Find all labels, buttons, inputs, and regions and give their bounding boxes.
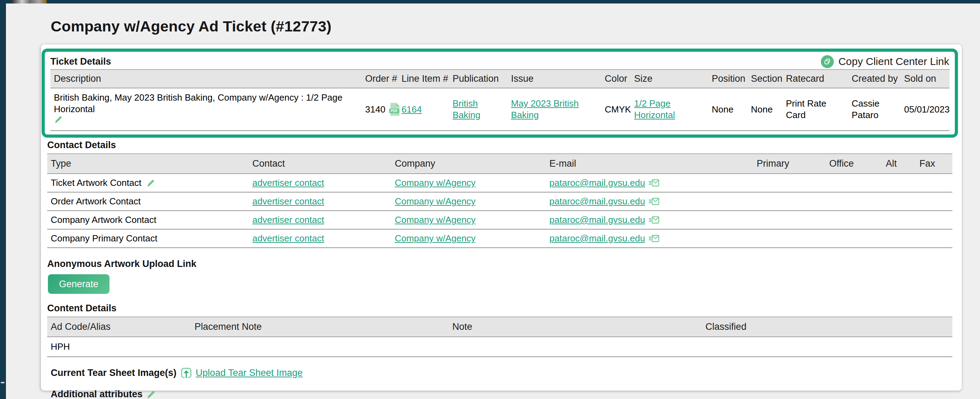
copy-client-center-link-label: Copy Client Center Link [838, 55, 949, 67]
contact-alt-cell [882, 192, 916, 211]
ticket-row: British Baking, May 2023 British Baking,… [50, 88, 950, 131]
company-link[interactable]: Company w/Agency [395, 233, 476, 244]
contact-link[interactable]: advertiser contact [253, 215, 324, 225]
col-ratecard: Ratecard [783, 70, 848, 88]
col-publication: Publication [449, 70, 508, 88]
content-details-table: Ad Code/Alias Placement Note Note Classi… [47, 317, 952, 357]
ticket-order-cell: 3140 PDF [362, 88, 398, 131]
anonymous-artwork-heading: Anonymous Artwork Upload Link [47, 258, 952, 269]
ticket-details-heading: Ticket Details [50, 56, 111, 67]
email-link[interactable]: pataroc@mail.gvsu.edu [549, 214, 645, 226]
col-primary: Primary [753, 154, 826, 174]
contact-table-header-row: Type Contact Company E-mail Primary Offi… [47, 154, 952, 174]
col-created-by: Created by [848, 70, 900, 88]
contact-primary-cell [753, 211, 826, 229]
company-link[interactable]: Company w/Agency [395, 196, 476, 206]
issue-link[interactable]: May 2023 British Baking [511, 98, 579, 120]
size-link[interactable]: 1/2 Page Horizontal [634, 98, 675, 120]
generate-button[interactable]: Generate [48, 274, 110, 294]
email-link[interactable]: pataroc@mail.gvsu.edu [549, 196, 645, 207]
top-navigation-bar [0, 0, 980, 3]
ticket-description: British Baking, May 2023 British Baking,… [54, 92, 358, 115]
copy-icon [821, 55, 834, 68]
ticket-sold-on-cell: 05/01/2023 [900, 88, 950, 131]
ticket-table-header-row: Description Order # Line Item # Publicat… [50, 70, 950, 88]
contact-primary-cell [753, 192, 826, 211]
ticket-order-number: 3140 [365, 104, 385, 115]
ticket-position-cell: None [708, 88, 748, 131]
col-fax: Fax [916, 154, 952, 174]
contact-primary-cell [753, 229, 826, 248]
sidebar-scroll-marker [1, 382, 5, 383]
contact-fax-cell [916, 192, 952, 211]
contact-email-cell: pataroc@mail.gvsu.edu [546, 174, 753, 192]
edit-description-pencil-icon[interactable] [54, 115, 63, 124]
col-note: Note [449, 317, 702, 337]
col-order-number: Order # [362, 70, 398, 88]
contact-company-cell: Company w/Agency [391, 192, 546, 211]
publication-link[interactable]: British Baking [453, 98, 480, 120]
contact-type-cell: Order Artwork Contact [47, 192, 249, 211]
contact-email-cell: pataroc@mail.gvsu.edu [546, 192, 753, 211]
col-contact: Contact [249, 154, 391, 174]
edit-ticket-artwork-contact-pencil-icon[interactable] [146, 179, 155, 188]
col-alt: Alt [882, 154, 916, 174]
contact-office-cell [826, 211, 882, 229]
ticket-publication-cell: British Baking [449, 88, 508, 131]
contact-row-company-artwork: Company Artwork Contact advertiser conta… [47, 211, 952, 229]
ticket-section-cell: None [748, 88, 783, 131]
col-color: Color [601, 70, 631, 88]
page-title: Company w/Agency Ad Ticket (#12773) [41, 0, 962, 36]
contact-details-section: Contact Details Type Contact Company E-m… [47, 140, 952, 248]
ad-code-cell: HPH [47, 337, 191, 357]
contact-link[interactable]: advertiser contact [253, 233, 324, 244]
email-link[interactable]: pataroc@mail.gvsu.edu [549, 177, 645, 188]
logo-image-fragment [11, 0, 47, 3]
contact-link[interactable]: advertiser contact [253, 177, 324, 188]
col-line-item-number: Line Item # [398, 70, 449, 88]
anonymous-artwork-section: Anonymous Artwork Upload Link Generate [47, 258, 952, 294]
ticket-details-header-row: Ticket Details Copy Client Center Link [50, 54, 949, 68]
mail-send-icon[interactable] [648, 197, 660, 206]
pdf-file-icon[interactable]: PDF [389, 102, 401, 116]
contact-name-cell: advertiser contact [249, 192, 391, 211]
contact-fax-cell [916, 211, 952, 229]
email-link[interactable]: pataroc@mail.gvsu.edu [549, 233, 645, 244]
company-link[interactable]: Company w/Agency [395, 215, 476, 225]
content-table-header-row: Ad Code/Alias Placement Note Note Classi… [47, 317, 952, 337]
ticket-issue-cell: May 2023 British Baking [508, 88, 601, 131]
contact-row-order-artwork: Order Artwork Contact advertiser contact… [47, 192, 952, 211]
placement-note-cell [191, 337, 449, 357]
col-position: Position [708, 70, 748, 88]
company-link[interactable]: Company w/Agency [395, 177, 476, 188]
mail-send-icon[interactable] [648, 216, 660, 224]
contact-office-cell [826, 174, 882, 192]
contact-company-cell: Company w/Agency [391, 211, 546, 229]
svg-text:PDF: PDF [391, 109, 398, 113]
col-ad-code-alias: Ad Code/Alias [47, 317, 191, 337]
copy-client-center-link[interactable]: Copy Client Center Link [821, 55, 949, 68]
content-row: HPH [47, 337, 952, 357]
contact-primary-cell [753, 174, 826, 192]
note-cell [449, 337, 702, 357]
col-office: Office [826, 154, 882, 174]
content-details-heading: Content Details [47, 303, 952, 314]
edit-additional-attributes-pencil-icon[interactable] [146, 390, 156, 399]
mail-send-icon[interactable] [648, 179, 660, 187]
contact-details-heading: Contact Details [47, 140, 952, 150]
contact-name-cell: advertiser contact [249, 211, 391, 229]
col-section: Section [748, 70, 783, 88]
col-company: Company [391, 154, 546, 174]
mail-send-icon[interactable] [648, 234, 660, 243]
contact-email-cell: pataroc@mail.gvsu.edu [546, 211, 753, 229]
col-classified: Classified [702, 317, 952, 337]
upload-tear-sheet-link[interactable]: Upload Tear Sheet Image [196, 367, 303, 378]
contact-row-company-primary: Company Primary Contact advertiser conta… [47, 229, 952, 248]
contact-link[interactable]: advertiser contact [253, 196, 324, 206]
line-item-link[interactable]: 6164 [401, 104, 422, 115]
contact-name-cell: advertiser contact [249, 174, 391, 192]
col-issue: Issue [508, 70, 601, 88]
upload-icon [181, 367, 192, 378]
additional-attributes-heading: Additional attributes [51, 389, 143, 399]
contact-alt-cell [882, 174, 916, 192]
